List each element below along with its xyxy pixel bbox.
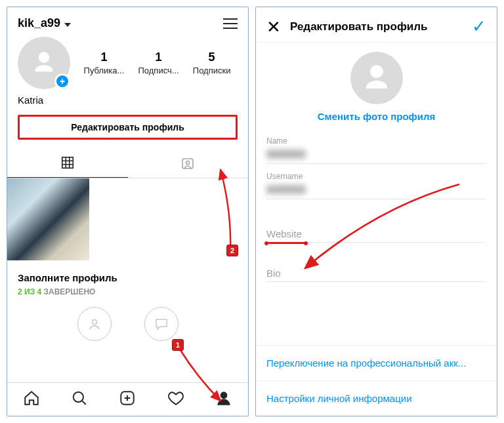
annotation-badge-2: 2: [226, 245, 238, 256]
complete-profile-progress: 2 ИЗ 4 ЗАВЕРШЕНО: [7, 287, 248, 303]
search-icon[interactable]: [71, 390, 88, 407]
stats-row: 1 Публика... 1 Подписч... 5 Подписки: [77, 50, 238, 75]
username-field[interactable]: Username: [256, 165, 497, 201]
svg-point-13: [221, 392, 227, 398]
stat-followers[interactable]: 1 Подписч...: [138, 50, 178, 75]
avatar-section: Сменить фото профиля: [256, 43, 497, 130]
display-name: Katria: [7, 89, 248, 115]
home-icon[interactable]: [23, 390, 40, 407]
chevron-down-icon: [64, 16, 71, 30]
edit-header: ✕ Редактировать профиль ✓: [256, 7, 497, 43]
edit-profile-screen: ✕ Редактировать профиль ✓ Сменить фото п…: [255, 7, 497, 416]
svg-point-8: [74, 392, 83, 402]
username-text: kik_a99: [18, 16, 60, 30]
profile-header: kik_a99: [7, 7, 248, 37]
grid-icon: [60, 155, 75, 170]
stat-posts[interactable]: 1 Публика...: [84, 50, 125, 75]
post-thumbnail[interactable]: [7, 178, 89, 260]
svg-point-6: [186, 161, 190, 165]
annotation-underline: [266, 242, 306, 244]
tagged-icon: [180, 155, 196, 171]
profile-screen: kik_a99 + 1 Публика... 1 Подписч... 5 По…: [7, 7, 249, 416]
edit-profile-button[interactable]: Редактировать профиль: [18, 115, 238, 140]
bio-field[interactable]: Bio: [256, 245, 497, 283]
complete-profile-title: Заполните профиль: [7, 260, 248, 287]
change-photo-link[interactable]: Сменить фото профиля: [318, 111, 436, 125]
menu-icon[interactable]: [223, 18, 238, 29]
username-value-blurred: [266, 185, 306, 194]
profile-summary: + 1 Публика... 1 Подписч... 5 Подписки: [7, 37, 248, 89]
website-placeholder: Website: [266, 228, 486, 243]
close-icon[interactable]: ✕: [266, 18, 281, 35]
card-bio-icon[interactable]: [144, 307, 178, 341]
name-field[interactable]: Name: [256, 130, 497, 165]
username-dropdown[interactable]: kik_a99: [18, 16, 71, 30]
profile-icon[interactable]: [215, 390, 232, 407]
new-post-icon[interactable]: [119, 390, 136, 407]
personal-info-link[interactable]: Настройки личной информации: [256, 380, 497, 416]
tab-grid[interactable]: [7, 149, 128, 178]
avatar-placeholder-large[interactable]: [350, 52, 403, 104]
name-value-blurred: [266, 150, 306, 159]
bio-placeholder: Bio: [266, 268, 486, 282]
website-field[interactable]: Website: [256, 201, 497, 245]
complete-cards: [7, 303, 248, 341]
add-story-icon[interactable]: +: [54, 73, 70, 89]
activity-icon[interactable]: [167, 390, 184, 407]
avatar-container[interactable]: +: [18, 37, 70, 89]
svg-line-9: [82, 401, 85, 404]
card-avatar-icon[interactable]: [77, 307, 112, 341]
svg-rect-0: [62, 157, 74, 169]
name-label: Name: [266, 136, 486, 146]
stat-following[interactable]: 5 Подписки: [193, 50, 231, 75]
username-label: Username: [266, 172, 486, 181]
bottom-nav: [7, 382, 248, 416]
tab-tagged[interactable]: [128, 149, 249, 178]
svg-rect-5: [182, 159, 193, 169]
svg-point-7: [92, 320, 96, 325]
confirm-icon[interactable]: ✓: [472, 16, 486, 37]
switch-professional-link[interactable]: Переключение на профессиональный акк...: [256, 345, 497, 380]
edit-title: Редактировать профиль: [290, 20, 463, 33]
profile-tabs: [7, 149, 248, 178]
